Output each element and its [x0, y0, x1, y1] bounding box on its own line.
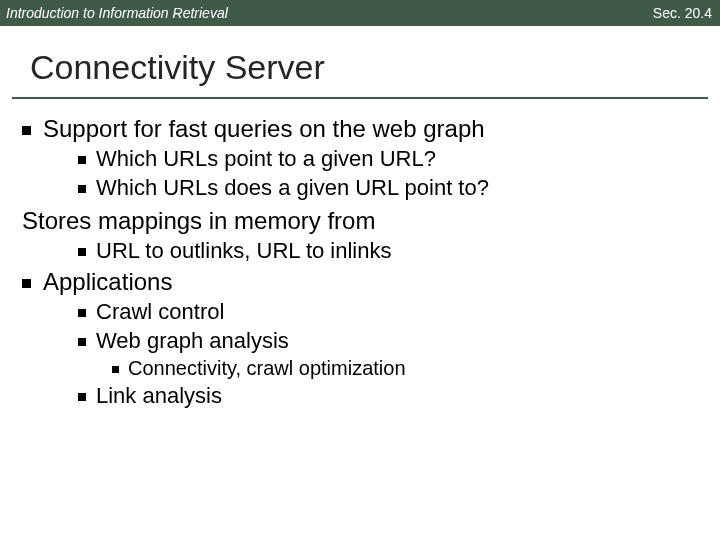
bullet-text: URL to outlinks, URL to inlinks	[96, 238, 392, 264]
header-left-text: Introduction to Information Retrieval	[6, 5, 228, 21]
bullet-level2: Which URLs point to a given URL?	[78, 146, 698, 172]
bullet-level1: Applications	[22, 268, 698, 296]
square-bullet-icon	[78, 338, 86, 346]
bullet-level1: Support for fast queries on the web grap…	[22, 115, 698, 143]
bullet-text: Which URLs point to a given URL?	[96, 146, 436, 172]
bullet-level3: Connectivity, crawl optimization	[112, 357, 698, 380]
square-bullet-icon	[22, 279, 31, 288]
slide-body: Support for fast queries on the web grap…	[0, 99, 720, 409]
bullet-text: Web graph analysis	[96, 328, 289, 354]
bullet-text: Crawl control	[96, 299, 224, 325]
bullet-text: Support for fast queries on the web grap…	[43, 115, 485, 143]
square-bullet-icon	[78, 309, 86, 317]
title-area: Connectivity Server	[0, 26, 720, 93]
bullet-text: Which URLs does a given URL point to?	[96, 175, 489, 201]
bullet-level2: Crawl control	[78, 299, 698, 325]
square-bullet-icon	[22, 126, 31, 135]
bullet-level2: URL to outlinks, URL to inlinks	[78, 238, 698, 264]
header-section-text: Sec. 20.4	[653, 5, 712, 21]
bullet-text: Stores mappings in memory from	[22, 207, 375, 234]
square-bullet-icon	[112, 366, 119, 373]
bullet-level2: Web graph analysis	[78, 328, 698, 354]
square-bullet-icon	[78, 156, 86, 164]
bullet-text: Applications	[43, 268, 172, 296]
bullet-text: Connectivity, crawl optimization	[128, 357, 406, 380]
slide-header: Introduction to Information Retrieval Se…	[0, 0, 720, 26]
bullet-level1-nobullet: Stores mappings in memory from	[22, 207, 698, 235]
bullet-level2: Which URLs does a given URL point to?	[78, 175, 698, 201]
square-bullet-icon	[78, 393, 86, 401]
square-bullet-icon	[78, 185, 86, 193]
square-bullet-icon	[78, 248, 86, 256]
slide-title: Connectivity Server	[30, 48, 720, 87]
bullet-text: Link analysis	[96, 383, 222, 409]
bullet-level2: Link analysis	[78, 383, 698, 409]
